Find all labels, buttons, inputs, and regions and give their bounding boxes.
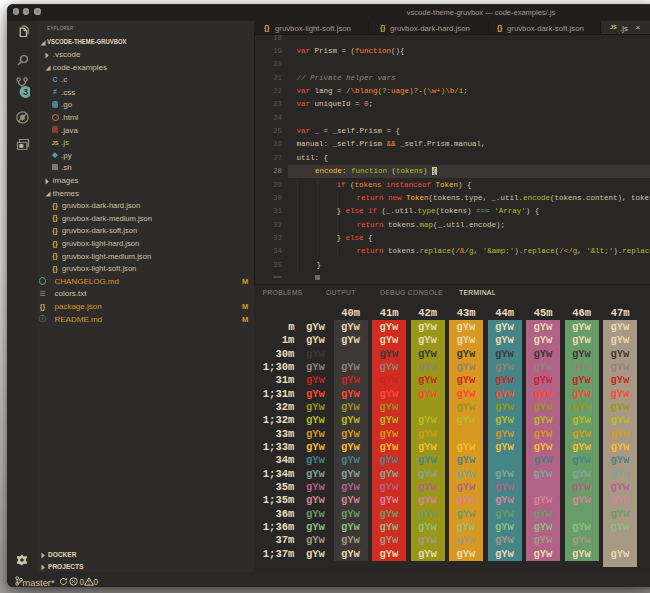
svg-text:3: 3 bbox=[23, 87, 28, 97]
